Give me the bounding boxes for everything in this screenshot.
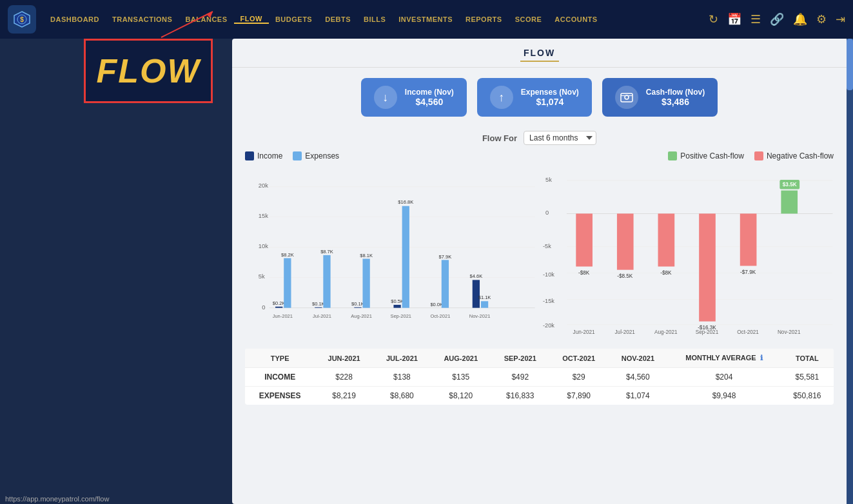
cashflow-card[interactable]: Cash-flow (Nov) $3,486	[602, 78, 718, 117]
expenses-card[interactable]: ↑ Expenses (Nov) $1,074	[477, 78, 592, 117]
svg-text:$1.1K: $1.1K	[478, 295, 491, 300]
income-card[interactable]: ↓ Income (Nov) $4,560	[361, 78, 467, 117]
nav-accounts[interactable]: ACCOUNTS	[548, 15, 603, 23]
svg-text:Jun-2021: Jun-2021	[573, 329, 595, 335]
svg-text:$7.9K: $7.9K	[439, 254, 452, 260]
income-dot	[245, 151, 254, 160]
svg-text:Jun-2021: Jun-2021	[273, 313, 293, 319]
settings-icon[interactable]: ⚙	[816, 12, 827, 26]
svg-text:Jul-2021: Jul-2021	[313, 313, 331, 319]
refresh-icon[interactable]: ↻	[709, 12, 718, 26]
income-label: Income (Nov)	[405, 88, 454, 97]
scrollbar-thumb[interactable]	[847, 39, 853, 90]
nav-debts[interactable]: DEBTS	[319, 15, 357, 23]
nav-investments[interactable]: INVESTMENTS	[392, 15, 459, 23]
svg-text:Sep-2021: Sep-2021	[695, 329, 718, 335]
expenses-jul: $8,680	[373, 387, 431, 405]
data-table: TYPE JUN-2021 JUL-2021 AUG-2021 SEP-2021…	[245, 349, 834, 405]
svg-rect-40	[481, 301, 488, 307]
page-header: FLOW	[232, 39, 847, 68]
svg-text:15k: 15k	[259, 212, 268, 219]
svg-line-3	[161, 12, 213, 37]
title-underline	[520, 61, 559, 62]
svg-rect-62	[616, 213, 633, 269]
svg-rect-68	[740, 213, 756, 266]
nav-score[interactable]: SCORE	[509, 15, 549, 23]
income-icon: ↓	[374, 86, 397, 109]
calendar-icon[interactable]: 📅	[727, 12, 741, 26]
nav-bills[interactable]: BILLS	[357, 15, 392, 23]
expenses-label: Expenses (Nov)	[521, 88, 579, 97]
col-avg: MONTHLY AVERAGE ℹ	[667, 349, 780, 368]
svg-text:$0.1K: $0.1K	[312, 301, 325, 307]
scrollbar[interactable]	[847, 39, 853, 504]
legend-income: Income	[245, 151, 282, 160]
svg-rect-38	[473, 280, 480, 307]
status-bar: https://app.moneypatrol.com/flow	[0, 494, 114, 504]
flow-title-text: FLOW	[96, 52, 200, 90]
svg-text:10k: 10k	[259, 242, 268, 249]
cashflow-value: $3,486	[646, 97, 705, 107]
svg-rect-24	[323, 255, 330, 308]
legend-negative: Negative Cash-flow	[754, 151, 834, 160]
income-row: INCOME $228 $138 $135 $492 $29 $4,560 $2…	[245, 368, 834, 387]
legend-positive: Positive Cash-flow	[668, 151, 744, 160]
expenses-legend-label: Expenses	[305, 151, 339, 160]
svg-text:$: $	[20, 16, 24, 23]
logout-icon[interactable]: ⇥	[836, 12, 845, 26]
svg-text:$4.6K: $4.6K	[470, 273, 483, 279]
income-jun: $228	[315, 368, 373, 387]
status-url: https://app.moneypatrol.com/flow	[5, 495, 109, 503]
positive-dot	[668, 151, 677, 160]
expenses-dot	[293, 151, 302, 160]
income-total: $5,581	[781, 368, 834, 387]
list-icon[interactable]: ☰	[750, 12, 761, 26]
expenses-row: EXPENSES $8,219 $8,680 $8,120 $16,833 $7…	[245, 387, 834, 405]
income-info: Income (Nov) $4,560	[405, 88, 454, 107]
flow-for-select[interactable]: Last 6 months Last 12 months This Year	[524, 131, 596, 145]
expenses-jun: $8,219	[315, 387, 373, 405]
col-type: TYPE	[245, 349, 315, 368]
income-nov: $4,560	[608, 368, 667, 387]
svg-text:Aug-2021: Aug-2021	[654, 329, 678, 335]
expenses-value: $1,074	[521, 97, 579, 107]
svg-rect-28	[362, 258, 369, 307]
svg-text:$8.7K: $8.7K	[320, 249, 333, 255]
svg-rect-66	[699, 213, 716, 321]
svg-text:$0.5K: $0.5K	[391, 298, 404, 304]
legend-row: Income Expenses Positive Cash-flow Negat…	[232, 151, 847, 160]
svg-text:5k: 5k	[545, 177, 552, 183]
svg-text:Jul-2021: Jul-2021	[614, 329, 635, 335]
income-legend-label: Income	[257, 151, 282, 160]
expenses-total: $50,816	[781, 387, 834, 405]
svg-text:$16.8K: $16.8K	[398, 199, 413, 205]
svg-text:-$8K: -$8K	[578, 270, 589, 276]
nav-reports[interactable]: REPORTS	[459, 15, 509, 23]
app-logo[interactable]: $	[8, 5, 36, 34]
expenses-nov: $1,074	[608, 387, 667, 405]
link-icon[interactable]: 🔗	[770, 12, 784, 26]
svg-rect-36	[442, 260, 449, 307]
cashflow-icon	[615, 86, 638, 109]
svg-rect-26	[354, 307, 361, 308]
svg-rect-18	[275, 307, 282, 308]
svg-text:-5k: -5k	[543, 243, 551, 249]
nav-dashboard[interactable]: DASHBOARD	[44, 15, 106, 23]
col-total: TOTAL	[781, 349, 834, 368]
svg-rect-20	[284, 258, 291, 308]
svg-rect-22	[315, 307, 322, 308]
legend-right: Positive Cash-flow Negative Cash-flow	[668, 151, 834, 160]
svg-text:-10k: -10k	[543, 271, 554, 278]
charts-area: 20k 15k 10k 5k 0 $0.2K $8.2K	[232, 163, 847, 344]
svg-text:20k: 20k	[259, 182, 268, 189]
bell-icon[interactable]: 🔔	[793, 12, 807, 26]
svg-text:-$8K: -$8K	[660, 270, 672, 276]
income-aug: $135	[431, 368, 491, 387]
expenses-oct: $7,890	[549, 387, 608, 405]
svg-text:Oct-2021: Oct-2021	[737, 329, 759, 335]
positive-legend-label: Positive Cash-flow	[680, 151, 744, 160]
income-avg: $204	[667, 368, 780, 387]
col-nov: NOV-2021	[608, 349, 667, 368]
svg-text:-15k: -15k	[543, 298, 554, 304]
nav-budgets[interactable]: BUDGETS	[269, 15, 319, 23]
